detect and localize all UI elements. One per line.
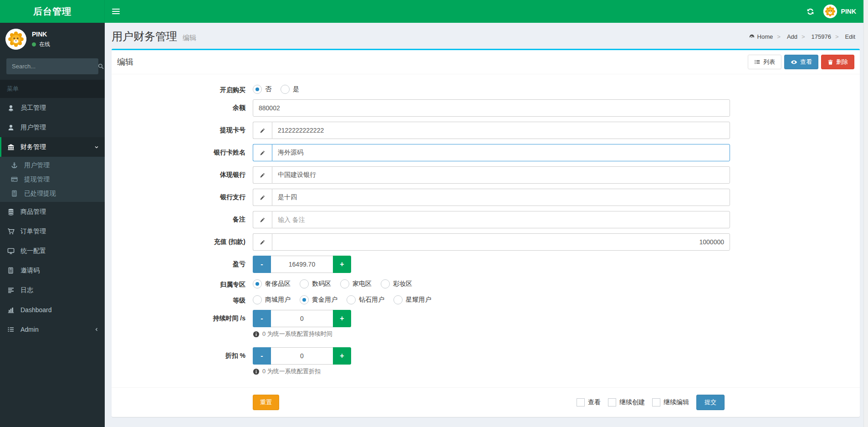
eye-icon xyxy=(791,59,797,66)
minus-button[interactable]: - xyxy=(253,347,271,365)
sidebar-item-logs[interactable]: 日志 xyxy=(0,280,105,300)
plus-button[interactable]: + xyxy=(333,347,351,365)
recharge-input[interactable] xyxy=(272,233,730,251)
panel-title: 编辑 xyxy=(117,57,133,67)
sidebar-subitem-withdraw[interactable]: 提现管理 xyxy=(0,172,105,186)
breadcrumb: Home Add 175976 Edit xyxy=(749,33,855,40)
delete-button[interactable]: 删除 xyxy=(821,55,854,69)
sidebar-toggle-icon[interactable] xyxy=(105,0,127,23)
card-name-input[interactable] xyxy=(272,144,730,161)
radio-zone-luxury[interactable]: 奢侈品区 xyxy=(253,279,291,288)
bank-input[interactable] xyxy=(272,166,730,184)
sidebar-item-staff[interactable]: 员工管理 xyxy=(0,98,105,118)
bar-chart-icon xyxy=(7,306,20,314)
checkbox-continue-edit[interactable]: 继续编辑 xyxy=(652,398,689,406)
top-navbar: 后台管理 PINK xyxy=(0,0,868,23)
radio-icon xyxy=(281,85,290,94)
minus-button[interactable]: - xyxy=(253,310,271,327)
radio-purchase-yes[interactable]: 是 xyxy=(281,85,299,94)
menu-section-label: 菜单 xyxy=(0,80,105,98)
cart-icon xyxy=(7,228,20,235)
online-dot-icon xyxy=(32,42,36,46)
scrollbar[interactable] xyxy=(863,0,868,427)
radio-level-diamond[interactable]: 钻石用户 xyxy=(347,295,384,304)
sidebar: PINK 在线 菜单 员工管理 用户管理 财务管理 用户管理 xyxy=(0,23,105,427)
pencil-icon xyxy=(253,211,272,228)
radio-zone-makeup[interactable]: 彩妆区 xyxy=(381,279,412,288)
sidebar-subitem-processed-withdraw[interactable]: 已处理提现 xyxy=(0,186,105,201)
info-icon xyxy=(253,368,260,375)
bank-icon xyxy=(7,144,20,151)
profit-input[interactable] xyxy=(271,256,333,273)
radio-level-star[interactable]: 星耀用户 xyxy=(393,295,431,304)
avatar xyxy=(5,29,26,50)
radio-icon xyxy=(393,295,403,304)
radio-level-gold[interactable]: 黄金用户 xyxy=(300,295,337,304)
refresh-icon[interactable] xyxy=(807,8,814,15)
checkbox-continue-create[interactable]: 继续创建 xyxy=(608,398,645,406)
field-label-remark: 备注 xyxy=(116,211,253,228)
radio-zone-appliance[interactable]: 家电区 xyxy=(340,279,372,288)
sidebar-item-users[interactable]: 用户管理 xyxy=(0,118,105,137)
pencil-icon xyxy=(253,189,272,206)
search-icon[interactable] xyxy=(97,58,104,74)
sidebar-item-orders[interactable]: 订单管理 xyxy=(0,221,105,241)
radio-level-mall[interactable]: 商城用户 xyxy=(253,295,291,304)
sidebar-item-products[interactable]: 商品管理 xyxy=(0,202,105,221)
pencil-icon xyxy=(253,122,272,139)
list-icon xyxy=(7,326,20,333)
sidebar-user-name: PINK xyxy=(32,31,50,38)
calculator-icon xyxy=(11,190,24,197)
staff-icon xyxy=(7,104,20,112)
brand-logo[interactable]: 后台管理 xyxy=(0,0,105,23)
radio-purchase-no[interactable]: 否 xyxy=(253,85,271,94)
balance-input[interactable] xyxy=(253,99,730,117)
reset-button[interactable]: 重置 xyxy=(253,395,279,410)
breadcrumb-id[interactable]: 175976 xyxy=(797,33,831,40)
sidebar-item-dashboard[interactable]: Dashboard xyxy=(0,300,105,319)
checkbox-view[interactable]: 查看 xyxy=(577,398,601,406)
plus-button[interactable]: + xyxy=(333,256,351,273)
minus-button[interactable]: - xyxy=(253,256,271,273)
card-number-input[interactable] xyxy=(272,122,730,139)
discount-stepper: - + xyxy=(253,347,351,365)
plus-button[interactable]: + xyxy=(333,310,351,327)
branch-input[interactable] xyxy=(272,189,730,206)
field-label-card-number: 提现卡号 xyxy=(116,122,253,139)
chevron-left-icon xyxy=(94,327,99,332)
user-status[interactable]: 在线 xyxy=(32,41,50,48)
radio-icon xyxy=(347,295,356,304)
field-label-duration: 持续时间 /s xyxy=(116,310,253,347)
main-content: 用户财务管理 编辑 Home Add 175976 Edit 编辑 列表 xyxy=(105,23,868,427)
submit-button[interactable]: 提交 xyxy=(696,395,725,410)
remark-input[interactable] xyxy=(272,211,730,228)
field-label-profit: 盈亏 xyxy=(116,256,253,273)
radio-icon xyxy=(340,279,349,288)
radio-zone-digital[interactable]: 数码区 xyxy=(300,279,331,288)
logs-icon xyxy=(7,287,20,294)
sidebar-item-unified-config[interactable]: 统一配置 xyxy=(0,241,105,261)
view-button[interactable]: 查看 xyxy=(784,55,818,69)
pencil-icon xyxy=(253,233,272,251)
discount-input[interactable] xyxy=(271,347,333,365)
profit-stepper: - + xyxy=(253,256,351,273)
duration-input[interactable] xyxy=(271,310,333,327)
sidebar-item-invite-code[interactable]: 邀请码 xyxy=(0,261,105,280)
sidebar-subitem-user-finance[interactable]: 用户管理 xyxy=(0,158,105,172)
avatar xyxy=(823,5,837,18)
radio-icon xyxy=(300,279,309,288)
breadcrumb-add[interactable]: Add xyxy=(773,33,797,40)
sidebar-item-finance[interactable]: 财务管理 xyxy=(0,137,105,157)
pencil-icon xyxy=(253,166,272,184)
breadcrumb-home[interactable]: Home xyxy=(749,33,773,40)
radio-icon xyxy=(253,85,262,94)
dashboard-gauge-icon xyxy=(749,33,755,40)
edit-panel: 编辑 列表 查看 删除 开启购买 xyxy=(112,49,860,417)
page-subtitle: 编辑 xyxy=(183,34,196,41)
search-input[interactable] xyxy=(6,63,97,70)
sidebar-item-admin[interactable]: Admin xyxy=(0,319,105,339)
field-label-level: 等级 xyxy=(116,294,253,305)
list-button[interactable]: 列表 xyxy=(748,55,781,69)
user-menu[interactable]: PINK xyxy=(823,5,856,18)
user-name-label: PINK xyxy=(841,8,856,15)
